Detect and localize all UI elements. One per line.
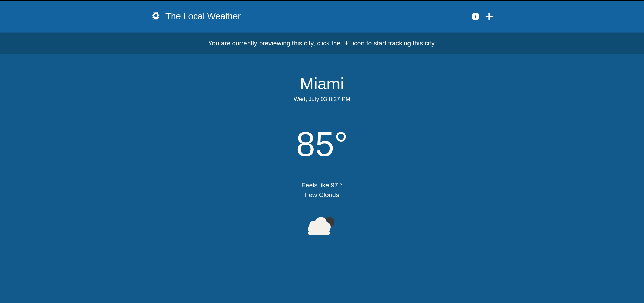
sun-icon [150, 10, 161, 23]
svg-point-0 [154, 14, 158, 17]
temperature: 85° [296, 127, 348, 161]
app-title: The Local Weather [165, 11, 241, 22]
svg-point-9 [321, 222, 331, 232]
header-right [472, 12, 494, 21]
header-left: The Local Weather [150, 10, 241, 23]
svg-rect-2 [475, 16, 476, 18]
datetime: Wed, July 03 8:27 PM [294, 96, 350, 103]
cloud-moon-icon [306, 214, 338, 237]
svg-rect-10 [308, 231, 330, 235]
main-content: Miami Wed, July 03 8:27 PM 85° Feels lik… [0, 54, 644, 237]
condition: Few Clouds [305, 191, 339, 199]
info-icon[interactable] [472, 13, 479, 20]
preview-banner: You are currently previewing this city, … [0, 33, 644, 54]
preview-message: You are currently previewing this city, … [208, 39, 436, 47]
plus-icon[interactable] [485, 12, 494, 21]
app-header: The Local Weather [0, 0, 644, 32]
svg-point-1 [475, 15, 476, 16]
city-name: Miami [300, 74, 344, 93]
feels-like: Feels like 97 ° [301, 182, 343, 189]
